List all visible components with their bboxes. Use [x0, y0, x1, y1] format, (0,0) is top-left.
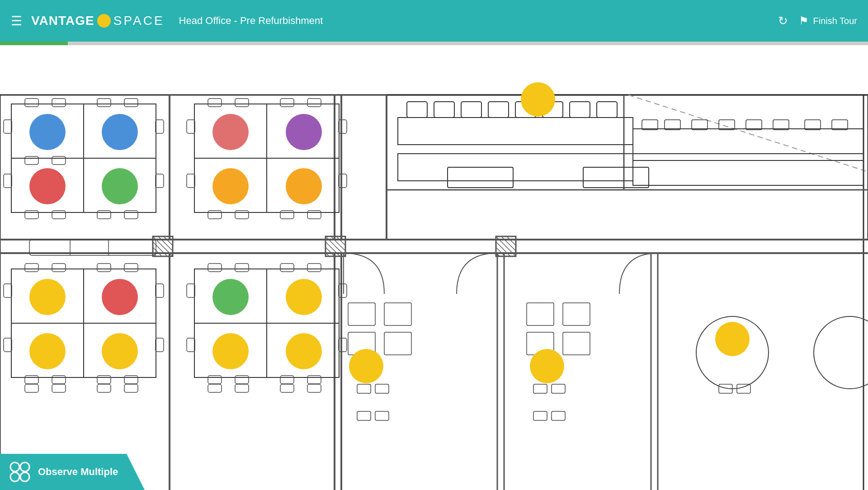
progress-bar: [0, 42, 68, 45]
finish-tour-button[interactable]: ⚑ Finish Tour: [799, 14, 857, 27]
svg-point-138: [212, 279, 249, 315]
logo-space-text: SPACE: [113, 14, 165, 28]
svg-point-189: [20, 462, 29, 471]
svg-point-191: [20, 472, 29, 481]
logo-vantage-text: VANTAGE: [31, 14, 94, 28]
flag-icon: ⚑: [799, 14, 809, 27]
progress-bar-background: [0, 42, 868, 45]
floor-plan-canvas: [0, 45, 868, 490]
svg-point-129: [102, 333, 138, 369]
svg-point-153: [286, 333, 322, 369]
finish-tour-label: Finish Tour: [813, 16, 857, 26]
svg-point-190: [10, 472, 19, 481]
svg-point-124: [29, 333, 66, 369]
status-label: Observe Multiple: [38, 466, 118, 478]
svg-point-77: [286, 114, 322, 150]
svg-point-52: [29, 114, 66, 150]
status-bar: Observe Multiple: [0, 454, 145, 490]
observe-multiple-icon: [9, 461, 31, 483]
svg-point-67: [102, 168, 138, 204]
floor-plan-svg: [0, 45, 868, 490]
svg-point-143: [286, 279, 322, 315]
svg-point-62: [29, 168, 66, 204]
header-right: ↻ ⚑ Finish Tour: [778, 14, 857, 28]
svg-point-57: [102, 114, 138, 150]
header: ☰ VANTAGE SPACE Head Office - Pre Refurb…: [0, 0, 868, 42]
svg-point-119: [102, 279, 138, 315]
svg-point-98: [521, 82, 555, 117]
page-title: Head Office - Pre Refurbishment: [179, 15, 323, 27]
logo-dot: [97, 14, 111, 28]
svg-point-188: [10, 462, 19, 471]
svg-point-82: [212, 168, 249, 204]
logo: VANTAGE SPACE: [31, 14, 165, 28]
svg-point-72: [212, 114, 249, 150]
svg-point-173: [530, 349, 564, 383]
sync-icon: ↻: [778, 14, 788, 28]
svg-point-179: [715, 322, 750, 356]
menu-icon[interactable]: ☰: [11, 14, 22, 28]
svg-point-114: [29, 279, 66, 315]
svg-point-163: [349, 349, 383, 383]
svg-point-148: [212, 333, 249, 369]
svg-point-87: [286, 168, 322, 204]
